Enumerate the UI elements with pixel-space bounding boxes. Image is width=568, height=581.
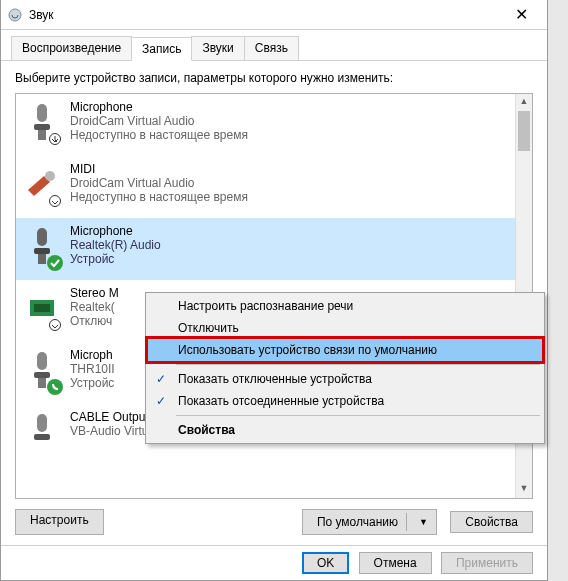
microphone-icon (24, 100, 60, 144)
device-text: Stereo M Realtek( Отключ (70, 286, 119, 328)
device-status: Отключ (70, 314, 119, 328)
svg-point-12 (50, 320, 61, 331)
chip-icon (24, 286, 60, 330)
configure-button[interactable]: Настроить (15, 509, 104, 535)
device-name: MIDI (70, 162, 248, 176)
svg-rect-17 (34, 434, 50, 440)
svg-rect-7 (37, 228, 47, 246)
set-default-label: По умолчанию (317, 515, 398, 529)
sound-dialog: Звук ✕ Воспроизведение Запись Звуки Связ… (0, 0, 548, 581)
context-menu: Настроить распознавание речи Отключить И… (145, 292, 545, 444)
separator (176, 415, 540, 416)
device-text: Microphone Realtek(R) Audio Устройс (70, 224, 161, 266)
separator (176, 364, 540, 365)
ctx-label: Показать отключенные устройства (178, 372, 372, 386)
instruction-text: Выберите устройство записи, параметры ко… (15, 71, 533, 85)
device-status: Недоступно в настоящее время (70, 128, 248, 142)
scroll-thumb[interactable] (518, 111, 530, 151)
jack-icon (24, 162, 60, 206)
device-status: Устройс (70, 252, 161, 266)
svg-point-6 (50, 196, 61, 207)
scroll-down-icon[interactable]: ▼ (516, 481, 532, 498)
device-status: Недоступно в настоящее время (70, 190, 248, 204)
ctx-configure-speech[interactable]: Настроить распознавание речи (148, 295, 542, 317)
check-icon: ✓ (156, 394, 166, 408)
microphone-icon (24, 224, 60, 268)
device-text: MIDI DroidCam Virtual Audio Недоступно в… (70, 162, 248, 204)
device-row[interactable]: Microphone Realtek(R) Audio Устройс (16, 218, 532, 280)
ctx-properties[interactable]: Свойства (148, 419, 542, 441)
svg-point-5 (45, 171, 55, 181)
ctx-show-disabled[interactable]: ✓ Показать отключенные устройства (148, 368, 542, 390)
svg-rect-16 (37, 414, 47, 432)
device-text: Microphone DroidCam Virtual Audio Недост… (70, 100, 248, 142)
microphone-icon (24, 348, 60, 392)
device-name: Microphone (70, 100, 248, 114)
apply-button[interactable]: Применить (441, 552, 533, 574)
set-default-button[interactable]: По умолчанию ▼ (302, 509, 437, 535)
svg-rect-3 (38, 130, 46, 140)
device-name: Stereo M (70, 286, 119, 300)
app-icon (7, 7, 23, 23)
device-driver: Realtek(R) Audio (70, 238, 161, 252)
device-status: Устройс (70, 376, 115, 390)
chevron-down-icon[interactable]: ▼ (415, 517, 432, 527)
svg-point-0 (9, 9, 21, 21)
device-name: Microph (70, 348, 115, 362)
microphone-icon (24, 410, 60, 444)
tab-communications[interactable]: Связь (244, 36, 299, 60)
list-buttons-row: Настроить По умолчанию ▼ Свойства (15, 499, 533, 535)
device-row[interactable]: Microphone DroidCam Virtual Audio Недост… (16, 94, 532, 156)
device-text: Microph THR10II Устройс (70, 348, 115, 390)
svg-rect-11 (34, 304, 50, 312)
device-driver: THR10II (70, 362, 115, 376)
tabstrip: Воспроизведение Запись Звуки Связь (1, 30, 547, 61)
ok-button[interactable]: OK (302, 552, 349, 574)
ctx-set-default-comm[interactable]: Использовать устройство связи по умолчан… (148, 339, 542, 361)
svg-rect-15 (38, 378, 46, 388)
svg-rect-13 (37, 352, 47, 370)
comm-badge-icon (47, 379, 63, 395)
tab-recording[interactable]: Запись (131, 37, 192, 61)
titlebar: Звук ✕ (1, 0, 547, 30)
check-icon: ✓ (156, 372, 166, 386)
cancel-button[interactable]: Отмена (359, 552, 432, 574)
device-name: Microphone (70, 224, 161, 238)
device-driver: Realtek( (70, 300, 119, 314)
ctx-label: Показать отсоединенные устройства (178, 394, 384, 408)
properties-button[interactable]: Свойства (450, 511, 533, 533)
tab-playback[interactable]: Воспроизведение (11, 36, 132, 60)
ctx-disable[interactable]: Отключить (148, 317, 542, 339)
dialog-footer: OK Отмена Применить (1, 545, 547, 580)
svg-rect-1 (37, 104, 47, 122)
device-row[interactable]: MIDI DroidCam Virtual Audio Недоступно в… (16, 156, 532, 218)
unavailable-badge-icon (47, 193, 63, 209)
window-title: Звук (29, 8, 501, 22)
scroll-up-icon[interactable]: ▲ (516, 94, 532, 111)
default-badge-icon (47, 255, 63, 271)
svg-rect-8 (34, 248, 50, 254)
separator (406, 513, 407, 531)
device-driver: DroidCam Virtual Audio (70, 176, 248, 190)
svg-rect-9 (38, 254, 46, 264)
close-button[interactable]: ✕ (501, 5, 541, 24)
svg-rect-2 (34, 124, 50, 130)
svg-rect-14 (34, 372, 50, 378)
disabled-badge-icon (47, 317, 63, 333)
ctx-show-disconnected[interactable]: ✓ Показать отсоединенные устройства (148, 390, 542, 412)
device-driver: DroidCam Virtual Audio (70, 114, 248, 128)
unavailable-badge-icon (47, 131, 63, 147)
tab-sounds[interactable]: Звуки (191, 36, 244, 60)
